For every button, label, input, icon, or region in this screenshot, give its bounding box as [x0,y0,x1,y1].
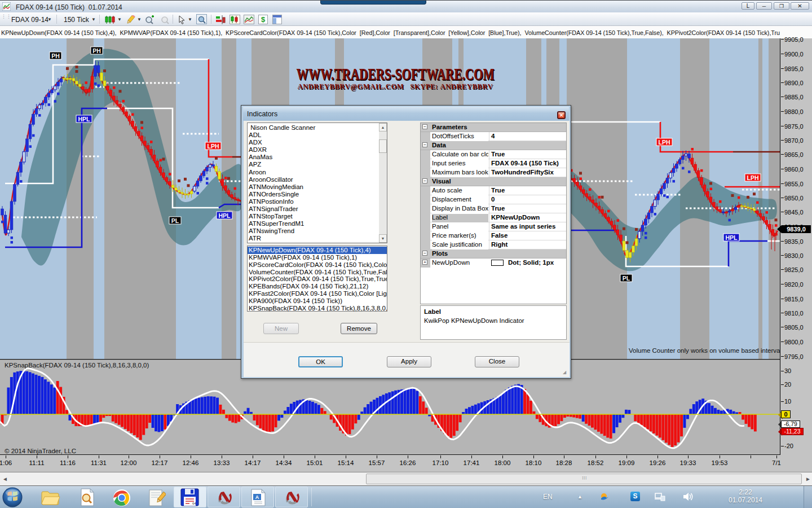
svg-text:PH: PH [92,47,101,54]
svg-text:PH: PH [51,52,60,59]
svg-text:HPL: HPL [78,116,91,122]
svg-text:$: $ [261,15,266,24]
svg-text:A: A [255,494,259,500]
svg-text:HPL: HPL [219,212,231,219]
svg-text:LPH: LPH [659,139,670,146]
svg-text:PL: PL [171,217,179,224]
svg-text:LPH: LPH [208,143,219,150]
svg-text:HPL: HPL [726,234,738,241]
svg-text:PL: PL [623,275,630,282]
svg-text:64: 64 [192,502,196,505]
svg-text:LPH: LPH [747,174,759,181]
